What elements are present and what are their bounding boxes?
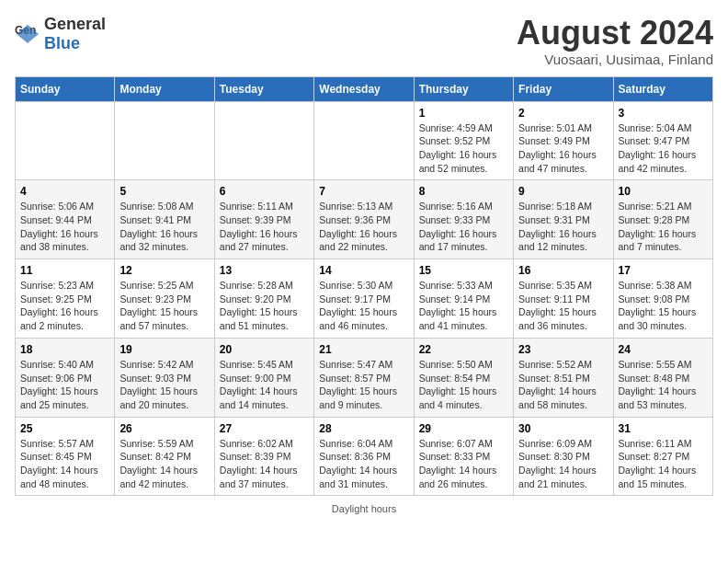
day-number: 6	[220, 185, 309, 198]
calendar-cell: 13Sunrise: 5:28 AM Sunset: 9:20 PM Dayli…	[214, 259, 313, 339]
calendar-cell: 20Sunrise: 5:45 AM Sunset: 9:00 PM Dayli…	[214, 338, 313, 417]
day-info: Sunrise: 5:06 AM Sunset: 9:44 PM Dayligh…	[20, 200, 109, 254]
title-block: August 2024 Vuosaari, Uusimaa, Finland	[517, 15, 713, 67]
calendar-cell: 11Sunrise: 5:23 AM Sunset: 9:25 PM Dayli…	[16, 259, 115, 339]
calendar-week-1: 1Sunrise: 4:59 AM Sunset: 9:52 PM Daylig…	[16, 101, 713, 180]
day-number: 14	[319, 264, 408, 277]
weekday-header-tuesday: Tuesday	[214, 76, 313, 101]
calendar-cell	[115, 101, 214, 180]
day-number: 4	[20, 185, 109, 198]
day-info: Sunrise: 5:21 AM Sunset: 9:28 PM Dayligh…	[619, 200, 708, 254]
day-info: Sunrise: 5:47 AM Sunset: 8:57 PM Dayligh…	[319, 358, 408, 412]
logo: Gen General Blue	[15, 15, 106, 53]
day-info: Sunrise: 5:23 AM Sunset: 9:25 PM Dayligh…	[20, 279, 109, 333]
day-info: Sunrise: 5:28 AM Sunset: 9:20 PM Dayligh…	[220, 279, 309, 333]
day-number: 23	[518, 343, 608, 356]
day-info: Sunrise: 5:45 AM Sunset: 9:00 PM Dayligh…	[220, 358, 309, 412]
calendar-cell: 1Sunrise: 4:59 AM Sunset: 9:52 PM Daylig…	[414, 101, 513, 180]
calendar-cell: 6Sunrise: 5:11 AM Sunset: 9:39 PM Daylig…	[214, 180, 313, 259]
day-number: 2	[518, 107, 608, 120]
calendar-cell: 4Sunrise: 5:06 AM Sunset: 9:44 PM Daylig…	[16, 180, 115, 259]
day-number: 5	[119, 185, 209, 198]
weekday-header-wednesday: Wednesday	[314, 76, 414, 101]
day-number: 19	[119, 343, 209, 356]
day-info: Sunrise: 5:35 AM Sunset: 9:11 PM Dayligh…	[518, 279, 608, 333]
day-info: Sunrise: 5:40 AM Sunset: 9:06 PM Dayligh…	[20, 358, 109, 412]
day-info: Sunrise: 5:30 AM Sunset: 9:17 PM Dayligh…	[319, 279, 408, 333]
day-number: 16	[518, 264, 608, 277]
calendar-cell: 9Sunrise: 5:18 AM Sunset: 9:31 PM Daylig…	[514, 180, 613, 259]
calendar-cell: 22Sunrise: 5:50 AM Sunset: 8:54 PM Dayli…	[414, 338, 513, 417]
calendar-cell: 15Sunrise: 5:33 AM Sunset: 9:14 PM Dayli…	[414, 259, 513, 339]
page-subtitle: Vuosaari, Uusimaa, Finland	[517, 52, 713, 67]
calendar-cell	[16, 101, 115, 180]
calendar-cell: 28Sunrise: 6:04 AM Sunset: 8:36 PM Dayli…	[314, 417, 414, 496]
calendar-cell: 19Sunrise: 5:42 AM Sunset: 9:03 PM Dayli…	[115, 338, 214, 417]
calendar-cell: 23Sunrise: 5:52 AM Sunset: 8:51 PM Dayli…	[514, 338, 613, 417]
calendar-cell: 10Sunrise: 5:21 AM Sunset: 9:28 PM Dayli…	[613, 180, 712, 259]
weekday-header-friday: Friday	[514, 76, 613, 101]
weekday-header-sunday: Sunday	[16, 76, 115, 101]
day-number: 15	[419, 264, 508, 277]
day-info: Sunrise: 6:07 AM Sunset: 8:33 PM Dayligh…	[419, 437, 508, 491]
calendar-cell: 25Sunrise: 5:57 AM Sunset: 8:45 PM Dayli…	[16, 417, 115, 496]
logo-general: General	[44, 15, 106, 33]
day-info: Sunrise: 5:42 AM Sunset: 9:03 PM Dayligh…	[119, 358, 209, 412]
day-info: Sunrise: 5:55 AM Sunset: 8:48 PM Dayligh…	[619, 358, 708, 412]
calendar-cell	[314, 101, 414, 180]
page-title: August 2024	[517, 15, 713, 52]
day-number: 22	[419, 343, 508, 356]
calendar-cell: 31Sunrise: 6:11 AM Sunset: 8:27 PM Dayli…	[613, 417, 712, 496]
day-number: 21	[319, 343, 408, 356]
calendar-cell: 2Sunrise: 5:01 AM Sunset: 9:49 PM Daylig…	[514, 101, 613, 180]
day-number: 30	[518, 422, 608, 435]
day-number: 25	[20, 422, 109, 435]
day-number: 20	[220, 343, 309, 356]
calendar-cell: 16Sunrise: 5:35 AM Sunset: 9:11 PM Dayli…	[514, 259, 613, 339]
calendar-cell: 3Sunrise: 5:04 AM Sunset: 9:47 PM Daylig…	[613, 101, 712, 180]
calendar-week-5: 25Sunrise: 5:57 AM Sunset: 8:45 PM Dayli…	[16, 417, 713, 496]
logo-icon: Gen	[15, 21, 40, 47]
day-info: Sunrise: 6:11 AM Sunset: 8:27 PM Dayligh…	[619, 437, 708, 491]
day-info: Sunrise: 5:08 AM Sunset: 9:41 PM Dayligh…	[119, 200, 209, 254]
calendar-body: 1Sunrise: 4:59 AM Sunset: 9:52 PM Daylig…	[16, 101, 713, 496]
day-number: 7	[319, 185, 408, 198]
calendar-cell: 18Sunrise: 5:40 AM Sunset: 9:06 PM Dayli…	[16, 338, 115, 417]
day-info: Sunrise: 5:50 AM Sunset: 8:54 PM Dayligh…	[419, 358, 508, 412]
day-number: 27	[220, 422, 309, 435]
day-info: Sunrise: 5:59 AM Sunset: 8:42 PM Dayligh…	[119, 437, 209, 491]
day-number: 29	[419, 422, 508, 435]
day-info: Sunrise: 5:25 AM Sunset: 9:23 PM Dayligh…	[119, 279, 209, 333]
day-info: Sunrise: 5:57 AM Sunset: 8:45 PM Dayligh…	[20, 437, 109, 491]
calendar-cell: 14Sunrise: 5:30 AM Sunset: 9:17 PM Dayli…	[314, 259, 414, 339]
calendar-week-4: 18Sunrise: 5:40 AM Sunset: 9:06 PM Dayli…	[16, 338, 713, 417]
page-header: Gen General Blue August 2024 Vuosaari, U…	[15, 15, 713, 67]
day-info: Sunrise: 5:52 AM Sunset: 8:51 PM Dayligh…	[518, 358, 608, 412]
day-info: Sunrise: 5:16 AM Sunset: 9:33 PM Dayligh…	[419, 200, 508, 254]
day-number: 24	[619, 343, 708, 356]
calendar-week-3: 11Sunrise: 5:23 AM Sunset: 9:25 PM Dayli…	[16, 259, 713, 339]
day-number: 28	[319, 422, 408, 435]
day-info: Sunrise: 4:59 AM Sunset: 9:52 PM Dayligh…	[419, 121, 508, 176]
day-info: Sunrise: 6:02 AM Sunset: 8:39 PM Dayligh…	[220, 437, 309, 491]
day-number: 31	[619, 422, 708, 435]
calendar-cell: 24Sunrise: 5:55 AM Sunset: 8:48 PM Dayli…	[613, 338, 712, 417]
calendar-cell: 26Sunrise: 5:59 AM Sunset: 8:42 PM Dayli…	[115, 417, 214, 496]
daylight-legend: Daylight hours	[332, 503, 396, 514]
weekday-header-monday: Monday	[115, 76, 214, 101]
calendar-cell: 5Sunrise: 5:08 AM Sunset: 9:41 PM Daylig…	[115, 180, 214, 259]
logo-blue: Blue	[44, 34, 80, 52]
day-number: 26	[119, 422, 209, 435]
day-number: 1	[419, 107, 508, 120]
day-info: Sunrise: 5:11 AM Sunset: 9:39 PM Dayligh…	[220, 200, 309, 254]
calendar-cell: 7Sunrise: 5:13 AM Sunset: 9:36 PM Daylig…	[314, 180, 414, 259]
day-number: 12	[119, 264, 209, 277]
day-info: Sunrise: 5:04 AM Sunset: 9:47 PM Dayligh…	[619, 121, 708, 176]
day-info: Sunrise: 5:01 AM Sunset: 9:49 PM Dayligh…	[518, 121, 608, 176]
calendar-cell: 30Sunrise: 6:09 AM Sunset: 8:30 PM Dayli…	[514, 417, 613, 496]
calendar-cell: 29Sunrise: 6:07 AM Sunset: 8:33 PM Dayli…	[414, 417, 513, 496]
day-number: 18	[20, 343, 109, 356]
calendar-week-2: 4Sunrise: 5:06 AM Sunset: 9:44 PM Daylig…	[16, 180, 713, 259]
day-info: Sunrise: 5:33 AM Sunset: 9:14 PM Dayligh…	[419, 279, 508, 333]
day-info: Sunrise: 6:04 AM Sunset: 8:36 PM Dayligh…	[319, 437, 408, 491]
